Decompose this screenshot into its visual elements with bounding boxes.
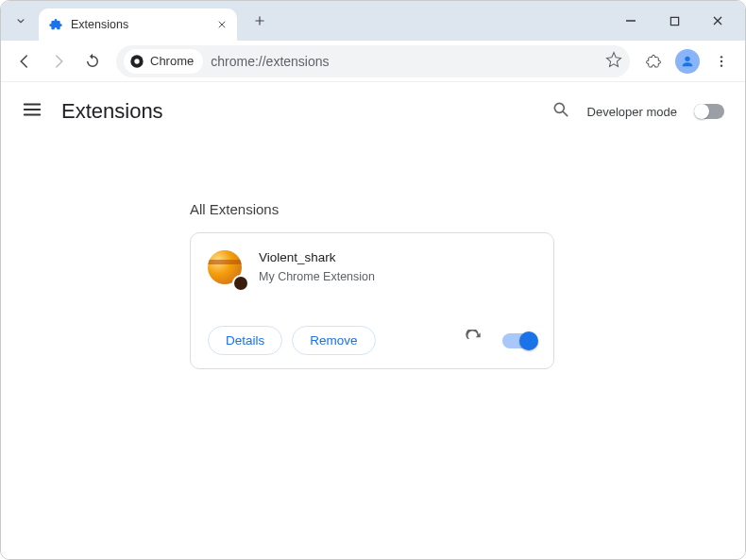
- star-icon: [605, 51, 622, 68]
- back-button[interactable]: [8, 45, 41, 77]
- search-extensions-button[interactable]: [551, 100, 570, 123]
- search-icon: [551, 100, 570, 119]
- section-title: All Extensions: [1, 141, 745, 232]
- extension-puzzle-icon: [48, 17, 63, 32]
- tab-title: Extensions: [71, 18, 128, 31]
- svg-point-5: [721, 59, 722, 61]
- close-icon: [216, 19, 228, 30]
- extension-name: Violent_shark: [259, 250, 375, 264]
- window-controls: [609, 2, 739, 40]
- chrome-logo-icon: [129, 54, 144, 69]
- svg-point-2: [134, 59, 139, 63]
- drawer-menu-button[interactable]: [22, 99, 42, 124]
- svg-point-3: [685, 56, 689, 60]
- svg-rect-0: [670, 17, 678, 25]
- titlebar: Extensions: [1, 1, 745, 41]
- extension-icon: [208, 250, 246, 288]
- close-window-button[interactable]: [696, 2, 739, 40]
- bookmark-button[interactable]: [605, 51, 622, 72]
- site-chip[interactable]: Chrome: [124, 49, 203, 74]
- maximize-icon: [670, 16, 680, 26]
- page-header: Extensions Developer mode: [1, 82, 745, 141]
- extension-header: Violent_shark My Chrome Extension: [208, 250, 536, 288]
- developer-mode-label: Developer mode: [587, 105, 677, 119]
- url-text: chrome://extensions: [211, 54, 598, 69]
- close-icon: [712, 15, 723, 26]
- profile-button[interactable]: [671, 45, 704, 77]
- page-content: Extensions Developer mode All Extensions…: [1, 82, 745, 559]
- chevron-down-icon: [14, 14, 27, 27]
- details-button[interactable]: Details: [208, 326, 282, 355]
- svg-point-7: [554, 103, 564, 112]
- kebab-icon: [714, 54, 729, 69]
- svg-point-4: [721, 56, 722, 58]
- enable-extension-toggle[interactable]: [502, 333, 536, 348]
- extension-actions: Details Remove: [208, 326, 536, 355]
- extension-badge-icon: [232, 275, 249, 292]
- reload-button[interactable]: [76, 45, 109, 77]
- browser-toolbar: Chrome chrome://extensions: [1, 41, 745, 82]
- avatar: [675, 49, 700, 74]
- puzzle-icon: [645, 53, 662, 70]
- reload-extension-button[interactable]: [465, 330, 483, 352]
- minimize-icon: [625, 15, 636, 26]
- extension-description: My Chrome Extension: [259, 270, 375, 283]
- extension-card: Violent_shark My Chrome Extension Detail…: [190, 232, 554, 369]
- arrow-left-icon: [16, 53, 33, 70]
- reload-icon: [465, 330, 483, 348]
- page-title: Extensions: [61, 99, 163, 124]
- address-bar[interactable]: Chrome chrome://extensions: [116, 45, 630, 77]
- maximize-button[interactable]: [653, 2, 696, 40]
- extensions-button[interactable]: [637, 45, 670, 77]
- developer-mode-toggle[interactable]: [694, 104, 724, 119]
- remove-button[interactable]: Remove: [292, 326, 375, 355]
- hamburger-icon: [22, 99, 42, 120]
- reload-icon: [84, 53, 101, 70]
- new-tab-button[interactable]: [246, 8, 273, 34]
- tab-search-button[interactable]: [7, 7, 35, 35]
- header-right: Developer mode: [551, 100, 724, 123]
- forward-button[interactable]: [42, 45, 75, 77]
- tab-close-button[interactable]: [216, 19, 228, 30]
- plus-icon: [253, 14, 266, 27]
- arrow-right-icon: [50, 53, 67, 70]
- chrome-window: Extensions Chrome chrome://extensions: [0, 0, 746, 560]
- person-icon: [680, 54, 695, 69]
- minimize-button[interactable]: [609, 2, 653, 40]
- svg-point-6: [721, 64, 722, 66]
- menu-button[interactable]: [705, 45, 738, 77]
- active-tab[interactable]: Extensions: [39, 8, 237, 41]
